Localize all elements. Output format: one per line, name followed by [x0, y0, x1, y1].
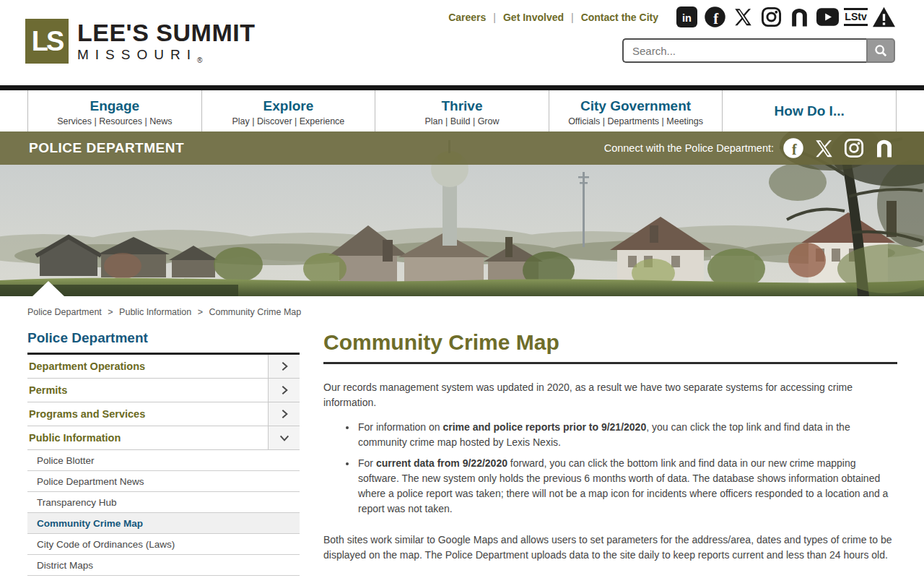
sidebar-subitem-district-maps[interactable]: District Maps: [27, 555, 300, 576]
x-twitter-icon[interactable]: [813, 137, 834, 159]
department-banner: POLICE DEPARTMENT Connect with the Polic…: [0, 131, 924, 165]
get-involved-link[interactable]: Get Involved: [503, 12, 564, 23]
sidebar-title[interactable]: Police Department: [27, 330, 300, 355]
sidebar-subitem-police-department-news[interactable]: Police Department News: [27, 471, 300, 492]
instagram-icon[interactable]: [843, 137, 865, 159]
nav-item-how-do-i[interactable]: How Do I...: [722, 90, 897, 131]
info-bullet-list: For information on crime and police repo…: [357, 420, 897, 517]
title-rule: [323, 362, 897, 364]
utility-links: Careers | Get Involved | Contact the Cit…: [448, 12, 658, 23]
contact-city-link[interactable]: Contact the City: [581, 12, 658, 23]
sidebar-subitem-transparency-hub[interactable]: Transparency Hub: [27, 492, 300, 513]
link-separator: |: [493, 12, 496, 23]
sidebar-item-permits[interactable]: Permits: [27, 379, 300, 402]
nav-item-explore[interactable]: Explore Play | Discover | Experience: [201, 90, 375, 131]
search-button[interactable]: [866, 38, 895, 63]
youtube-icon[interactable]: [816, 6, 839, 28]
search-input[interactable]: [622, 38, 866, 63]
facebook-icon[interactable]: f: [704, 6, 726, 28]
sidebar-item-public-information[interactable]: Public Information: [27, 426, 300, 450]
sidebar-item-programs-and-services[interactable]: Programs and Services: [27, 402, 300, 426]
chevron-down-icon[interactable]: [268, 426, 300, 449]
site-header: LS LEE'S SUMMIT MISSOURI® Careers | Get …: [0, 0, 924, 85]
logo-state-name: MISSOURI®: [77, 47, 255, 64]
header-social-icons: in f LStv: [676, 6, 895, 28]
logo-city-name: LEE'S SUMMIT: [77, 20, 255, 45]
site-logo[interactable]: LS LEE'S SUMMIT MISSOURI®: [25, 19, 255, 64]
chevron-right-icon[interactable]: [268, 402, 300, 426]
department-title: POLICE DEPARTMENT: [29, 140, 184, 156]
sidebar: Police Department Department Operations …: [27, 330, 300, 578]
hero-section: POLICE DEPARTMENT Connect with the Polic…: [0, 131, 924, 296]
main-content: Community Crime Map Our records manageme…: [323, 330, 897, 578]
sites-paragraph: Both sites work similar to Google Maps a…: [323, 532, 897, 564]
chevron-right-icon[interactable]: [268, 355, 300, 378]
x-twitter-icon[interactable]: [732, 6, 754, 28]
nextdoor-icon[interactable]: [788, 6, 811, 28]
intro-paragraph: Our records management system was update…: [323, 380, 897, 411]
sidebar-item-department-operations[interactable]: Department Operations: [27, 355, 300, 379]
linkedin-icon[interactable]: in: [676, 6, 698, 28]
link-separator: |: [571, 12, 574, 23]
sidebar-subitem-community-crime-map[interactable]: Community Crime Map: [27, 513, 300, 534]
logo-ls-mark-icon: LS: [25, 19, 69, 64]
bullet-current-data: For current data from 9/22/2020 forward,…: [357, 456, 897, 517]
site-search: [622, 38, 895, 63]
nav-item-thrive[interactable]: Thrive Plan | Build | Grow: [375, 90, 549, 131]
breadcrumb-community-crime-map[interactable]: Community Crime Map: [209, 307, 301, 317]
main-navigation: Engage Services | Resources | News Explo…: [27, 90, 897, 131]
instagram-icon[interactable]: [760, 6, 783, 28]
registered-mark: ®: [197, 56, 202, 64]
chevron-right-icon[interactable]: [268, 379, 300, 402]
alert-icon[interactable]: [873, 6, 895, 28]
nextdoor-icon[interactable]: [873, 137, 895, 159]
hero-notch: [32, 281, 64, 296]
nav-item-city-government[interactable]: City Government Officials | Departments …: [549, 90, 723, 131]
svg-text:in: in: [682, 12, 692, 24]
nav-item-engage[interactable]: Engage Services | Resources | News: [27, 90, 201, 131]
careers-link[interactable]: Careers: [448, 12, 486, 23]
svg-text:f: f: [792, 142, 797, 158]
search-icon: [874, 44, 887, 57]
lstv-icon[interactable]: LStv: [845, 6, 867, 28]
page-title: Community Crime Map: [323, 330, 897, 354]
nav-top-bar: [0, 85, 924, 90]
breadcrumb-public-information[interactable]: Public Information: [119, 307, 191, 317]
connect-label: Connect with the Police Department:: [604, 142, 774, 154]
svg-text:f: f: [713, 11, 719, 27]
breadcrumb-police-department[interactable]: Police Department: [27, 307, 102, 317]
sidebar-subitem-police-blotter[interactable]: Police Blotter: [27, 450, 300, 471]
facebook-icon[interactable]: f: [783, 137, 804, 159]
bullet-prior-data: For information on crime and police repo…: [357, 420, 897, 450]
breadcrumb: Police Department > Public Information >…: [0, 296, 924, 317]
sidebar-subitem-city-code-of-ordinances[interactable]: City Code of Ordinances (Laws): [27, 534, 300, 555]
